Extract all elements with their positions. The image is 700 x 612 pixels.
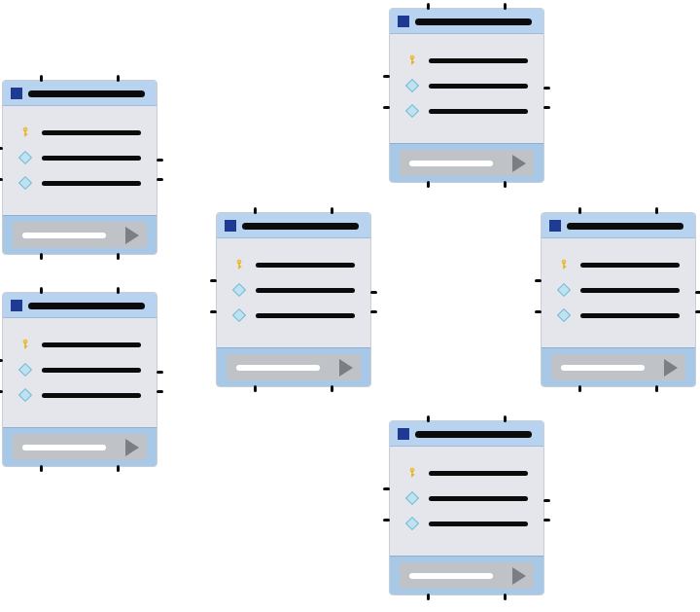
footer-slot [22, 445, 106, 450]
field-row [232, 277, 355, 303]
table-body [3, 106, 157, 207]
connector-notch [535, 279, 542, 282]
table-footer [3, 427, 157, 466]
connector-notch [578, 207, 581, 214]
play-icon [512, 155, 526, 172]
field-icon [557, 310, 571, 320]
field-row [18, 120, 141, 145]
connector-notch [0, 390, 3, 393]
field-row [557, 252, 680, 277]
connector-notch [655, 385, 658, 392]
table-body [390, 447, 543, 548]
table-footer [542, 347, 695, 386]
connector-notch [210, 310, 217, 313]
table-title-bar [28, 90, 145, 97]
footer-slot [561, 365, 645, 371]
table-footer [390, 143, 543, 182]
table-body [542, 238, 695, 340]
connector-notch [157, 159, 163, 162]
connector-notch [578, 385, 581, 392]
field-line [42, 156, 141, 161]
field-row [557, 277, 680, 303]
db-table-card [2, 292, 158, 467]
field-row [18, 332, 141, 357]
primary-key-icon [557, 255, 571, 274]
field-row [232, 252, 355, 277]
connector-notch [210, 279, 217, 282]
connector-notch [0, 147, 3, 150]
header-square-icon [549, 220, 561, 232]
field-line [580, 313, 680, 318]
table-footer [217, 347, 370, 386]
db-table-card [389, 420, 544, 595]
connector-notch [40, 465, 43, 472]
field-row [405, 511, 528, 536]
field-line [429, 522, 528, 526]
field-row [557, 303, 680, 328]
connector-notch [331, 207, 333, 214]
field-row [405, 73, 528, 98]
connector-notch [504, 181, 507, 188]
connector-notch [543, 106, 550, 109]
field-line [42, 393, 141, 398]
field-icon [232, 310, 246, 320]
table-title-bar [567, 223, 683, 230]
field-row [18, 357, 141, 382]
primary-key-icon [18, 123, 32, 142]
field-line [429, 58, 528, 63]
field-row [18, 145, 141, 170]
connector-notch [383, 75, 390, 78]
table-header [390, 9, 543, 34]
field-icon [405, 81, 419, 90]
field-line [429, 496, 528, 501]
field-line [580, 288, 680, 293]
footer-track [400, 150, 534, 176]
play-icon [125, 227, 139, 244]
db-table-card [216, 212, 371, 387]
connector-notch [370, 310, 377, 313]
connector-notch [695, 291, 700, 294]
play-icon [125, 439, 139, 456]
connector-notch [543, 87, 550, 90]
header-square-icon [225, 220, 236, 232]
field-icon [18, 178, 32, 188]
header-square-icon [11, 300, 22, 311]
footer-track [551, 354, 685, 380]
connector-notch [370, 291, 377, 294]
table-header [3, 293, 157, 318]
field-line [580, 263, 680, 268]
field-icon [405, 519, 419, 528]
footer-track [400, 562, 534, 589]
field-icon [232, 285, 246, 295]
footer-track [13, 222, 147, 248]
connector-notch [40, 287, 43, 294]
connector-notch [254, 207, 257, 214]
field-icon [18, 390, 32, 400]
footer-track [227, 354, 361, 380]
field-line [256, 263, 355, 268]
connector-notch [504, 594, 507, 600]
connector-notch [383, 106, 390, 109]
connector-notch [157, 371, 163, 374]
table-header [3, 81, 157, 106]
connector-notch [40, 253, 43, 260]
field-line [42, 368, 141, 373]
footer-slot [236, 365, 320, 371]
field-line [429, 471, 528, 476]
play-icon [664, 359, 678, 377]
field-row [405, 48, 528, 73]
connector-notch [695, 310, 700, 313]
header-square-icon [11, 88, 22, 99]
connector-notch [427, 594, 430, 600]
field-line [42, 342, 141, 347]
connector-notch [0, 178, 3, 181]
connector-notch [117, 287, 120, 294]
table-body [217, 238, 370, 340]
field-row [405, 460, 528, 486]
connector-notch [543, 519, 550, 522]
table-header [390, 421, 543, 447]
connector-notch [427, 415, 430, 422]
connector-notch [254, 385, 257, 392]
field-icon [18, 365, 32, 375]
connector-notch [117, 75, 120, 82]
